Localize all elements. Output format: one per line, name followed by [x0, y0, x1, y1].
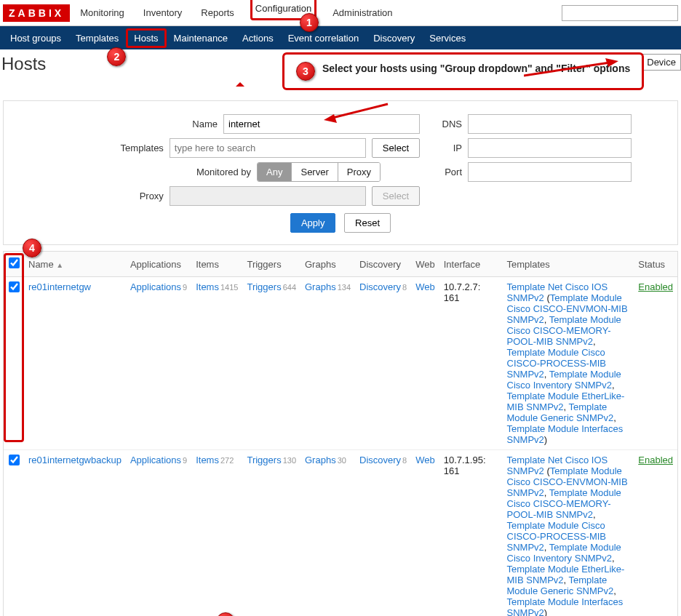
interface-cell: 10.7.2.7: 161: [439, 277, 503, 450]
discovery-link[interactable]: Discovery: [359, 281, 401, 292]
row-checkbox[interactable]: [9, 281, 20, 292]
col-interface[interactable]: Interface: [439, 252, 503, 277]
col-status[interactable]: Status: [634, 252, 677, 277]
filter-monitored-label: Monitored by: [186, 167, 251, 177]
app-logo: ZABBIX: [3, 4, 70, 22]
subnav-services[interactable]: Services: [422, 28, 473, 48]
page-title: Hosts: [0, 54, 46, 74]
filter-port-label: Port: [433, 167, 462, 177]
col-triggers[interactable]: Triggers: [242, 252, 300, 277]
filter-templates-label: Templates: [98, 143, 164, 153]
filter-ip-label: IP: [433, 143, 462, 153]
hosts-table: 4 Name ▲ Applications Items Triggers Gra…: [3, 251, 678, 616]
annotation-badge-3: 3: [296, 62, 315, 81]
seg-server[interactable]: Server: [292, 163, 338, 181]
subnav-discovery[interactable]: Discovery: [366, 28, 422, 48]
filter-name-input[interactable]: [223, 114, 420, 134]
filter-panel: Name DNS Templates Select IP Monitored b…: [3, 100, 678, 245]
status-link[interactable]: Enabled: [638, 281, 673, 292]
svg-marker-3: [324, 114, 337, 123]
filter-port-input[interactable]: [468, 162, 632, 182]
web-link[interactable]: Web: [415, 281, 435, 292]
col-items[interactable]: Items: [191, 252, 242, 277]
graphs-link[interactable]: Graphs: [305, 455, 336, 465]
template-sublink[interactable]: Template Module Interfaces SNMPv2: [507, 596, 624, 616]
col-discovery[interactable]: Discovery: [355, 252, 411, 277]
row-checkbox[interactable]: [9, 455, 20, 465]
svg-marker-1: [605, 58, 618, 67]
discovery-link[interactable]: Discovery: [359, 455, 401, 465]
annotation-badge-1: 1: [300, 13, 319, 32]
triggers-link[interactable]: Triggers: [247, 455, 281, 465]
col-graphs[interactable]: Graphs: [300, 252, 355, 277]
filter-proxy-select-button: Select: [372, 186, 420, 206]
subnav-eventcorr[interactable]: Event correlation: [281, 28, 367, 48]
nav-administration[interactable]: Administration: [330, 3, 395, 23]
items-link[interactable]: Items: [196, 455, 219, 465]
nav-monitoring[interactable]: Monitoring: [77, 3, 127, 23]
subnav-actions[interactable]: Actions: [235, 28, 281, 48]
graphs-link[interactable]: Graphs: [305, 281, 336, 292]
subnav-hostgroups[interactable]: Host groups: [3, 28, 68, 48]
col-applications[interactable]: Applications: [126, 252, 191, 277]
subnav-maintenance[interactable]: Maintenance: [167, 28, 235, 48]
status-link[interactable]: Enabled: [638, 455, 673, 465]
web-link[interactable]: Web: [415, 455, 435, 465]
nav-reports[interactable]: Reports: [198, 3, 237, 23]
filter-templates-select-button[interactable]: Select: [372, 138, 420, 158]
col-web[interactable]: Web: [411, 252, 439, 277]
table-row: re01internetgw Applications9 Items1415 T…: [4, 277, 677, 450]
seg-proxy[interactable]: Proxy: [338, 163, 380, 181]
annotation-arrow-name: [324, 103, 389, 123]
subnav-templates[interactable]: Templates: [68, 28, 126, 48]
items-link[interactable]: Items: [196, 281, 219, 292]
table-row: re01internetgwbackup Applications9 Items…: [4, 450, 677, 617]
select-all-checkbox[interactable]: [9, 257, 20, 268]
template-sublink[interactable]: Template Module Interfaces SNMPv2: [507, 423, 624, 445]
subnav-hosts[interactable]: Hosts: [126, 28, 166, 48]
group-dropdown[interactable]: Device: [642, 54, 681, 71]
applications-link[interactable]: Applications: [130, 281, 181, 292]
filter-name-label: Name: [152, 119, 218, 129]
filter-collapse-icon[interactable]: [236, 82, 244, 87]
filter-apply-button[interactable]: Apply: [290, 213, 336, 233]
svg-line-0: [524, 63, 610, 76]
filter-dns-input[interactable]: [468, 114, 632, 134]
triggers-link[interactable]: Triggers: [247, 281, 281, 292]
filter-templates-input[interactable]: [170, 138, 366, 158]
applications-link[interactable]: Applications: [130, 455, 181, 465]
nav-inventory[interactable]: Inventory: [140, 3, 185, 23]
host-name-link[interactable]: re01internetgw: [28, 281, 91, 292]
global-search-input[interactable]: [562, 5, 678, 21]
col-name[interactable]: Name: [28, 259, 54, 270]
filter-reset-button[interactable]: Reset: [344, 213, 391, 233]
svg-line-2: [330, 104, 388, 119]
annotation-badge-4: 4: [23, 239, 41, 257]
filter-dns-label: DNS: [433, 119, 462, 129]
host-name-link[interactable]: re01internetgwbackup: [28, 455, 122, 465]
filter-proxy-label: Proxy: [98, 191, 164, 201]
annotation-badge-2: 2: [107, 47, 126, 66]
interface-cell: 10.7.1.95: 161: [439, 450, 503, 617]
filter-proxy-input: [170, 186, 366, 206]
annotation-arrow-group: [524, 58, 618, 80]
col-templates[interactable]: Templates: [503, 252, 634, 277]
filter-ip-input[interactable]: [468, 138, 632, 158]
seg-any[interactable]: Any: [258, 163, 292, 181]
